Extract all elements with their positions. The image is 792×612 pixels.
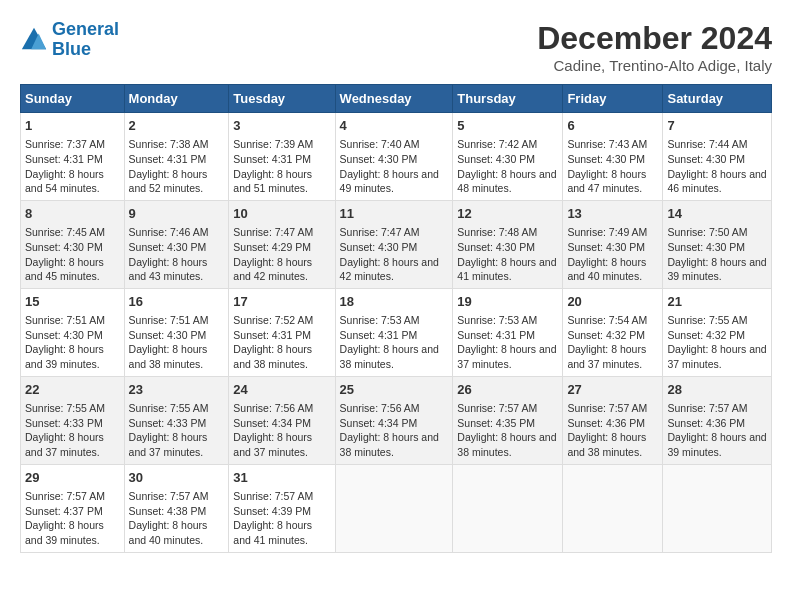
cell-info: Sunrise: 7:49 AMSunset: 4:30 PMDaylight:…	[567, 225, 658, 284]
cell-info: Sunrise: 7:57 AMSunset: 4:38 PMDaylight:…	[129, 489, 225, 548]
day-number: 28	[667, 381, 767, 399]
page-container: General Blue December 2024 Cadine, Trent…	[20, 20, 772, 553]
day-cell: 27Sunrise: 7:57 AMSunset: 4:36 PMDayligh…	[563, 376, 663, 464]
day-number: 14	[667, 205, 767, 223]
cell-info: Sunrise: 7:39 AMSunset: 4:31 PMDaylight:…	[233, 137, 330, 196]
day-number: 19	[457, 293, 558, 311]
cell-info: Sunrise: 7:55 AMSunset: 4:33 PMDaylight:…	[129, 401, 225, 460]
header-row: SundayMondayTuesdayWednesdayThursdayFrid…	[21, 85, 772, 113]
day-cell: 5Sunrise: 7:42 AMSunset: 4:30 PMDaylight…	[453, 113, 563, 201]
day-number: 17	[233, 293, 330, 311]
calendar-header: SundayMondayTuesdayWednesdayThursdayFrid…	[21, 85, 772, 113]
calendar-table: SundayMondayTuesdayWednesdayThursdayFrid…	[20, 84, 772, 553]
day-cell: 13Sunrise: 7:49 AMSunset: 4:30 PMDayligh…	[563, 200, 663, 288]
day-cell: 11Sunrise: 7:47 AMSunset: 4:30 PMDayligh…	[335, 200, 453, 288]
cell-info: Sunrise: 7:55 AMSunset: 4:32 PMDaylight:…	[667, 313, 767, 372]
day-cell: 15Sunrise: 7:51 AMSunset: 4:30 PMDayligh…	[21, 288, 125, 376]
day-cell	[453, 464, 563, 552]
day-number: 9	[129, 205, 225, 223]
cell-info: Sunrise: 7:55 AMSunset: 4:33 PMDaylight:…	[25, 401, 120, 460]
day-number: 5	[457, 117, 558, 135]
cell-info: Sunrise: 7:51 AMSunset: 4:30 PMDaylight:…	[25, 313, 120, 372]
cell-info: Sunrise: 7:48 AMSunset: 4:30 PMDaylight:…	[457, 225, 558, 284]
day-cell: 1Sunrise: 7:37 AMSunset: 4:31 PMDaylight…	[21, 113, 125, 201]
day-number: 20	[567, 293, 658, 311]
logo-line1: General	[52, 19, 119, 39]
cell-info: Sunrise: 7:56 AMSunset: 4:34 PMDaylight:…	[340, 401, 449, 460]
day-cell: 17Sunrise: 7:52 AMSunset: 4:31 PMDayligh…	[229, 288, 335, 376]
cell-info: Sunrise: 7:57 AMSunset: 4:36 PMDaylight:…	[567, 401, 658, 460]
week-row-1: 1Sunrise: 7:37 AMSunset: 4:31 PMDaylight…	[21, 113, 772, 201]
day-number: 18	[340, 293, 449, 311]
day-number: 25	[340, 381, 449, 399]
header-cell-saturday: Saturday	[663, 85, 772, 113]
day-cell: 29Sunrise: 7:57 AMSunset: 4:37 PMDayligh…	[21, 464, 125, 552]
cell-info: Sunrise: 7:42 AMSunset: 4:30 PMDaylight:…	[457, 137, 558, 196]
cell-info: Sunrise: 7:40 AMSunset: 4:30 PMDaylight:…	[340, 137, 449, 196]
day-cell: 12Sunrise: 7:48 AMSunset: 4:30 PMDayligh…	[453, 200, 563, 288]
day-cell: 26Sunrise: 7:57 AMSunset: 4:35 PMDayligh…	[453, 376, 563, 464]
day-number: 27	[567, 381, 658, 399]
day-cell: 4Sunrise: 7:40 AMSunset: 4:30 PMDaylight…	[335, 113, 453, 201]
day-cell: 28Sunrise: 7:57 AMSunset: 4:36 PMDayligh…	[663, 376, 772, 464]
day-cell: 24Sunrise: 7:56 AMSunset: 4:34 PMDayligh…	[229, 376, 335, 464]
day-number: 12	[457, 205, 558, 223]
day-number: 21	[667, 293, 767, 311]
day-cell: 22Sunrise: 7:55 AMSunset: 4:33 PMDayligh…	[21, 376, 125, 464]
header-cell-friday: Friday	[563, 85, 663, 113]
day-cell: 31Sunrise: 7:57 AMSunset: 4:39 PMDayligh…	[229, 464, 335, 552]
month-title: December 2024	[537, 20, 772, 57]
cell-info: Sunrise: 7:57 AMSunset: 4:35 PMDaylight:…	[457, 401, 558, 460]
day-cell: 19Sunrise: 7:53 AMSunset: 4:31 PMDayligh…	[453, 288, 563, 376]
logo-text: General Blue	[52, 20, 119, 60]
day-cell: 10Sunrise: 7:47 AMSunset: 4:29 PMDayligh…	[229, 200, 335, 288]
day-cell: 6Sunrise: 7:43 AMSunset: 4:30 PMDaylight…	[563, 113, 663, 201]
day-cell: 14Sunrise: 7:50 AMSunset: 4:30 PMDayligh…	[663, 200, 772, 288]
header-cell-monday: Monday	[124, 85, 229, 113]
cell-info: Sunrise: 7:56 AMSunset: 4:34 PMDaylight:…	[233, 401, 330, 460]
cell-info: Sunrise: 7:51 AMSunset: 4:30 PMDaylight:…	[129, 313, 225, 372]
day-number: 31	[233, 469, 330, 487]
cell-info: Sunrise: 7:43 AMSunset: 4:30 PMDaylight:…	[567, 137, 658, 196]
day-number: 16	[129, 293, 225, 311]
cell-info: Sunrise: 7:52 AMSunset: 4:31 PMDaylight:…	[233, 313, 330, 372]
day-cell: 2Sunrise: 7:38 AMSunset: 4:31 PMDaylight…	[124, 113, 229, 201]
location: Cadine, Trentino-Alto Adige, Italy	[537, 57, 772, 74]
day-number: 4	[340, 117, 449, 135]
day-cell: 3Sunrise: 7:39 AMSunset: 4:31 PMDaylight…	[229, 113, 335, 201]
day-number: 30	[129, 469, 225, 487]
day-cell: 8Sunrise: 7:45 AMSunset: 4:30 PMDaylight…	[21, 200, 125, 288]
day-number: 11	[340, 205, 449, 223]
day-number: 1	[25, 117, 120, 135]
day-number: 13	[567, 205, 658, 223]
day-number: 3	[233, 117, 330, 135]
cell-info: Sunrise: 7:57 AMSunset: 4:39 PMDaylight:…	[233, 489, 330, 548]
day-number: 10	[233, 205, 330, 223]
day-cell: 7Sunrise: 7:44 AMSunset: 4:30 PMDaylight…	[663, 113, 772, 201]
day-cell: 16Sunrise: 7:51 AMSunset: 4:30 PMDayligh…	[124, 288, 229, 376]
day-cell: 30Sunrise: 7:57 AMSunset: 4:38 PMDayligh…	[124, 464, 229, 552]
cell-info: Sunrise: 7:45 AMSunset: 4:30 PMDaylight:…	[25, 225, 120, 284]
logo-icon	[20, 26, 48, 54]
week-row-4: 22Sunrise: 7:55 AMSunset: 4:33 PMDayligh…	[21, 376, 772, 464]
day-number: 29	[25, 469, 120, 487]
cell-info: Sunrise: 7:53 AMSunset: 4:31 PMDaylight:…	[340, 313, 449, 372]
day-cell: 25Sunrise: 7:56 AMSunset: 4:34 PMDayligh…	[335, 376, 453, 464]
logo-line2: Blue	[52, 39, 91, 59]
week-row-2: 8Sunrise: 7:45 AMSunset: 4:30 PMDaylight…	[21, 200, 772, 288]
logo: General Blue	[20, 20, 119, 60]
day-number: 6	[567, 117, 658, 135]
cell-info: Sunrise: 7:47 AMSunset: 4:29 PMDaylight:…	[233, 225, 330, 284]
day-cell: 18Sunrise: 7:53 AMSunset: 4:31 PMDayligh…	[335, 288, 453, 376]
cell-info: Sunrise: 7:37 AMSunset: 4:31 PMDaylight:…	[25, 137, 120, 196]
header-cell-wednesday: Wednesday	[335, 85, 453, 113]
day-number: 15	[25, 293, 120, 311]
header-cell-thursday: Thursday	[453, 85, 563, 113]
header-cell-tuesday: Tuesday	[229, 85, 335, 113]
day-number: 2	[129, 117, 225, 135]
day-cell	[335, 464, 453, 552]
day-number: 26	[457, 381, 558, 399]
cell-info: Sunrise: 7:44 AMSunset: 4:30 PMDaylight:…	[667, 137, 767, 196]
day-number: 7	[667, 117, 767, 135]
cell-info: Sunrise: 7:57 AMSunset: 4:37 PMDaylight:…	[25, 489, 120, 548]
